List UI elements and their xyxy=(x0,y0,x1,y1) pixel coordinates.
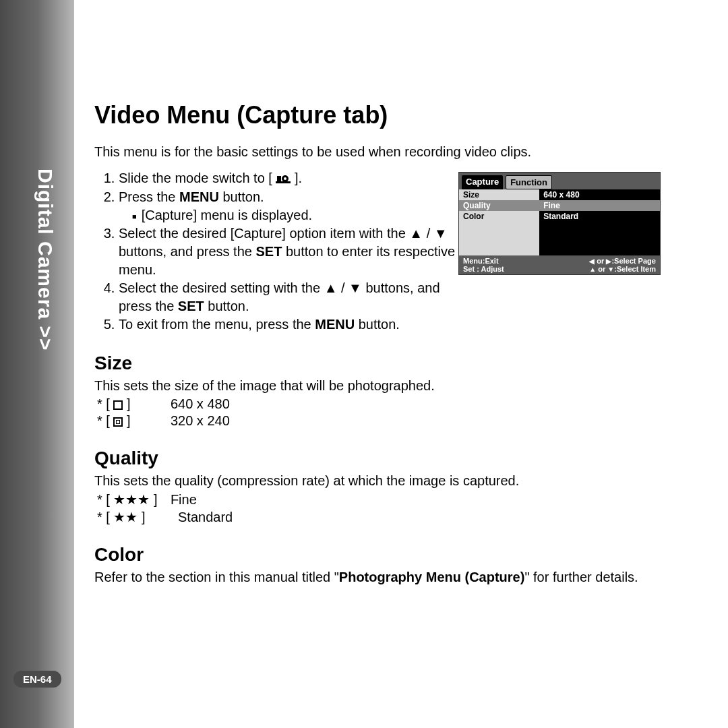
step-4: Select the desired setting with the ▲ / … xyxy=(119,279,472,315)
color-heading: Color xyxy=(94,544,661,566)
intro-text: This menu is for the basic settings to b… xyxy=(94,144,661,160)
footer-select-page: ◀ or ▶:Select Page xyxy=(589,257,656,265)
footer-select-item: ▲ or ▼:Select Item xyxy=(589,265,656,273)
down-triangle-icon: ▼ xyxy=(607,266,614,273)
svg-point-2 xyxy=(284,177,286,180)
down-triangle-icon: ▼ xyxy=(348,280,362,295)
up-triangle-icon: ▲ xyxy=(409,226,423,241)
quality-heading: Quality xyxy=(94,448,661,469)
menu-label-size: Size xyxy=(459,189,539,200)
svg-rect-0 xyxy=(277,176,281,181)
step-5: To exit from the menu, press the MENU bu… xyxy=(119,315,472,334)
size-option-2: * [ ] 320 x 240 xyxy=(97,413,661,429)
video-mode-icon xyxy=(276,170,291,188)
footer-menu-exit: Menu:Exit xyxy=(463,257,504,265)
page-content: Video Menu (Capture tab) This menu is fo… xyxy=(94,101,661,586)
menu-tabs: Capture Function xyxy=(459,173,660,189)
down-triangle-icon: ▼ xyxy=(434,226,448,241)
two-star-icon: ★★ xyxy=(113,510,138,524)
quality-desc: This sets the quality (compression rate)… xyxy=(94,472,661,490)
sidebar-label: Digital Camera >> xyxy=(34,169,57,351)
menu-value-quality: Fine xyxy=(539,200,660,211)
quality-option-2: * [ ★★ ] Standard xyxy=(97,509,661,525)
svg-rect-3 xyxy=(276,181,291,183)
menu-values-column: 640 x 480 Fine Standard xyxy=(539,189,660,255)
size-option-1: * [ ] 640 x 480 xyxy=(97,396,661,412)
menu-label-quality: Quality xyxy=(459,200,539,211)
step-2-sub: [Capture] menu is displayed. xyxy=(132,206,472,224)
size-heading: Size xyxy=(94,353,661,374)
quality-option-1: * [ ★★★ ] Fine xyxy=(97,491,661,508)
menu-labels-column: Size Quality Color xyxy=(459,189,539,255)
up-triangle-icon: ▲ xyxy=(324,280,338,295)
menu-screenshot: Capture Function Size Quality Color 640 … xyxy=(458,172,661,275)
size-large-icon xyxy=(113,400,123,410)
steps-list: Slide the mode switch to [ ]. Press the … xyxy=(94,169,472,334)
page-number-badge: EN-64 xyxy=(13,671,61,688)
menu-value-size: 640 x 480 xyxy=(539,189,660,200)
sidebar-spine: Digital Camera >> xyxy=(0,0,74,728)
up-triangle-icon: ▲ xyxy=(589,266,596,273)
step-2: Press the MENU button. [Capture] menu is… xyxy=(119,188,472,224)
tab-function: Function xyxy=(506,175,552,189)
menu-value-color: Standard xyxy=(539,211,660,222)
size-desc: This sets the size of the image that wil… xyxy=(94,377,661,395)
menu-label-color: Color xyxy=(459,211,539,222)
menu-footer: Menu:Exit Set : Adjust ◀ or ▶:Select Pag… xyxy=(459,255,660,274)
step-3: Select the desired [Capture] option item… xyxy=(119,224,472,279)
color-desc: Refer to the section in this manual titl… xyxy=(94,568,661,586)
size-small-icon xyxy=(113,417,123,427)
step-1: Slide the mode switch to [ ]. xyxy=(119,169,472,188)
footer-set-adjust: Set : Adjust xyxy=(463,265,504,273)
tab-capture: Capture xyxy=(462,175,503,189)
three-star-icon: ★★★ xyxy=(113,492,150,507)
menu-body: Size Quality Color 640 x 480 Fine Standa… xyxy=(459,189,660,255)
page-title: Video Menu (Capture tab) xyxy=(94,101,661,129)
